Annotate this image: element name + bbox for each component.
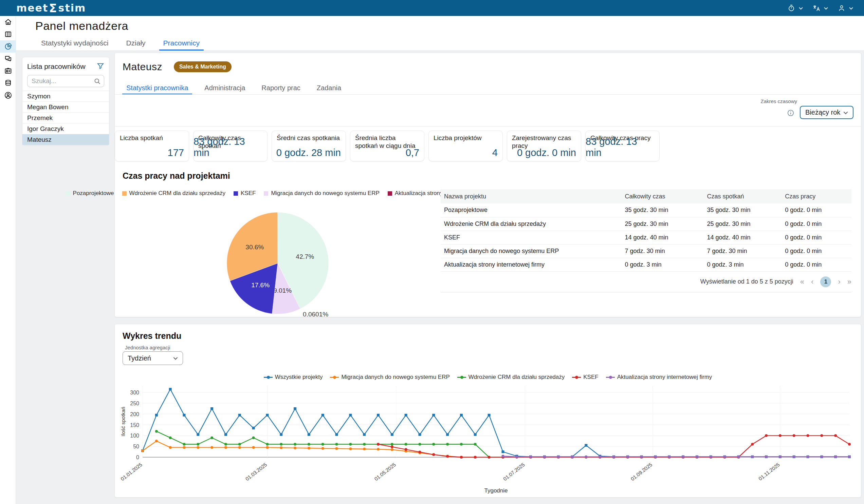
stat-card-value: 83 godz. 13 min xyxy=(193,136,262,158)
data-point xyxy=(751,455,754,458)
time-cell: 0 godz. 3 min xyxy=(704,258,781,271)
last-page-button[interactable]: » xyxy=(847,278,851,286)
chevron-down-icon xyxy=(848,5,854,11)
data-point xyxy=(155,440,158,442)
data-point xyxy=(737,455,740,458)
y-axis-label: Ilość spotkań xyxy=(120,407,126,437)
hourglass-sigma-icon: Σ xyxy=(49,1,57,15)
current-page-button[interactable]: 1 xyxy=(820,276,831,287)
stat-card-label: Liczba spotkań xyxy=(120,134,184,142)
legend-line-icon xyxy=(606,377,615,378)
stat-card-value: 83 godz. 13 min xyxy=(586,136,655,158)
data-point xyxy=(474,433,477,436)
app-logo[interactable]: meet Σ stim xyxy=(16,1,86,15)
sidebar-item-home[interactable] xyxy=(0,16,16,28)
employee-tab-administracja[interactable]: Administracja xyxy=(196,82,253,94)
language-menu[interactable] xyxy=(812,4,829,12)
data-point xyxy=(557,455,560,458)
data-point xyxy=(446,455,449,457)
sidebar-item-chat[interactable] xyxy=(0,52,16,65)
user-menu[interactable] xyxy=(838,4,854,12)
content-area: Lista pracowników SzymonMegan BowenPrzem… xyxy=(16,51,864,504)
employee-list-item[interactable]: Igor Graczyk xyxy=(22,123,109,134)
sidebar-item-user-circle[interactable] xyxy=(0,89,16,101)
data-point xyxy=(501,451,504,453)
stat-card: Całkowity czas spotkań83 godz. 13 min xyxy=(193,131,267,161)
projects-table: Nazwa projektuCałkowity czasCzas spotkań… xyxy=(441,189,851,272)
data-point xyxy=(668,455,671,458)
chevron-down-icon xyxy=(798,5,804,11)
pie-slice-label: 0.0601% xyxy=(303,311,328,318)
projects-table-column: Nazwa projektuCałkowity czasCzas spotkań… xyxy=(441,189,851,334)
stat-card: Całkowity czas pracy83 godz. 13 min xyxy=(585,131,660,161)
data-point xyxy=(696,455,698,458)
search-input[interactable] xyxy=(27,75,104,87)
logo-text-suffix: stim xyxy=(58,2,86,14)
trend-legend-label: Wszystkie projekty xyxy=(275,374,323,381)
sidebar-item-kanban[interactable] xyxy=(0,28,16,40)
data-point xyxy=(432,414,435,417)
tab-pracownicy[interactable]: Pracownicy xyxy=(155,36,208,50)
employee-list-item[interactable]: Megan Bowen xyxy=(22,101,109,112)
tab-dzia-y[interactable]: Działy xyxy=(117,36,154,50)
data-point xyxy=(488,414,491,417)
data-point xyxy=(377,448,380,451)
x-axis-label: Tygodnie xyxy=(484,487,508,494)
trend-legend-label: Aktualizacja strony internetowej firmy xyxy=(617,374,712,381)
sidebar-item-id-card[interactable] xyxy=(0,65,16,77)
time-cell: 7 godz. 30 min xyxy=(621,244,704,258)
pie-chart: 42.7%0.0601%9.01%17.6%30.6% xyxy=(139,198,417,334)
data-point xyxy=(155,414,158,417)
user-circle-icon xyxy=(4,91,12,99)
timer-menu[interactable] xyxy=(787,4,804,12)
data-point xyxy=(252,437,255,439)
pie-legend: PozaprojektoweWdrożenie CRM dla działu s… xyxy=(115,190,441,197)
data-point xyxy=(141,450,144,452)
data-point xyxy=(626,455,629,458)
stat-card: Liczba projektów4 xyxy=(429,131,503,161)
trend-series-line xyxy=(143,389,849,457)
data-point xyxy=(280,443,283,446)
trend-legend-item: Migracja danych do nowego systemu ERP xyxy=(330,374,449,381)
employee-list: SzymonMegan BowenPrzemekIgor GraczykMate… xyxy=(22,90,109,145)
sidebar-item-pie-chart[interactable] xyxy=(0,40,16,52)
employee-tab-raporty-prac[interactable]: Raporty prac xyxy=(253,82,309,94)
data-point xyxy=(488,456,491,458)
data-point xyxy=(848,443,851,446)
employee-tab-zadania[interactable]: Zadania xyxy=(309,82,349,94)
filter-icon[interactable] xyxy=(97,62,104,71)
time-range-select[interactable]: Bieżący rok xyxy=(800,106,853,119)
data-point xyxy=(793,434,795,437)
employee-list-item[interactable]: Szymon xyxy=(22,90,109,101)
info-icon[interactable] xyxy=(787,109,794,118)
data-point xyxy=(682,455,684,458)
data-point xyxy=(709,455,712,458)
data-point xyxy=(377,443,380,446)
first-page-button[interactable]: « xyxy=(800,278,804,286)
pie-legend-label: Pozaprojektowe xyxy=(73,190,114,197)
time-cell: 14 godz. 40 min xyxy=(704,231,781,244)
divider xyxy=(115,126,861,126)
data-point xyxy=(543,455,546,458)
data-point xyxy=(238,446,241,449)
data-point xyxy=(820,434,823,437)
table-row: Aktualizacja strony internetowej firmy0 … xyxy=(441,258,851,271)
data-point xyxy=(446,443,449,446)
table-row: KSEF14 godz. 40 min14 godz. 40 min0 godz… xyxy=(441,231,851,244)
employee-tab-statystki-pracownika[interactable]: Statystki pracownika xyxy=(118,82,196,94)
employee-list-item[interactable]: Mateusz xyxy=(22,134,109,145)
next-page-button[interactable]: › xyxy=(838,278,840,286)
stat-card: Średni czas spotkania0 godz. 28 min xyxy=(272,131,346,161)
project-name-cell: Wdrożenie CRM dla działu sprzedaży xyxy=(441,217,621,231)
tab-statystyki-wydajno-ci[interactable]: Statystyki wydajności xyxy=(32,36,117,50)
time-cell: 35 godz. 30 min xyxy=(704,204,781,217)
data-point xyxy=(515,455,518,458)
sidebar-item-database[interactable] xyxy=(0,77,16,89)
employee-list-item[interactable]: Przemek xyxy=(22,112,109,123)
data-point xyxy=(196,446,199,449)
y-axis-tick: 0 xyxy=(136,454,139,460)
aggregation-select[interactable]: Tydzień xyxy=(122,352,183,365)
legend-line-icon xyxy=(264,377,273,378)
data-point xyxy=(280,446,283,449)
prev-page-button[interactable]: ‹ xyxy=(811,278,813,286)
